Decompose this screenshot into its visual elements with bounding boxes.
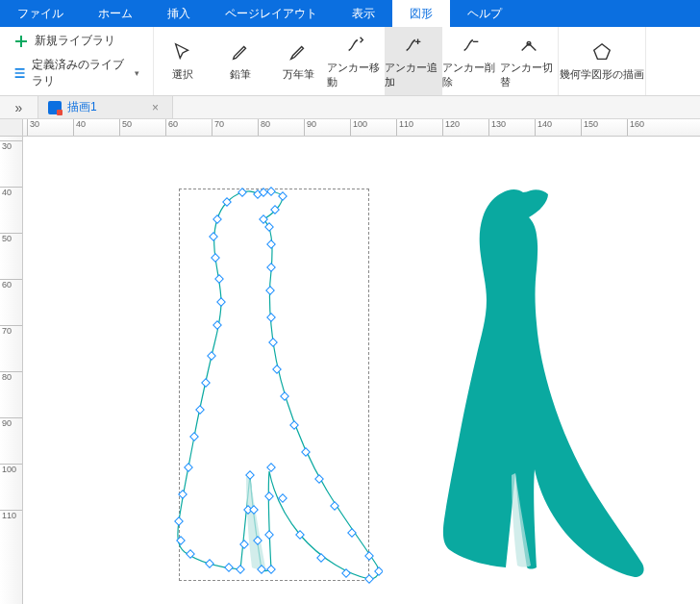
defined-library-label: 定義済みのライブラリ (32, 57, 127, 89)
ruler-tick: 140 (535, 119, 552, 136)
anchor-handle[interactable] (267, 240, 275, 248)
ruler-tick: 40 (0, 187, 22, 197)
anchor-handle[interactable] (269, 339, 277, 346)
anchor-move-icon (344, 34, 367, 57)
anchor-handle[interactable] (210, 233, 217, 240)
expand-panel-button[interactable]: » (0, 96, 38, 118)
defined-library-button[interactable]: 定義済みのライブラリ ▾ (6, 53, 147, 93)
ribbon-group-library: 新規ライブラリ 定義済みのライブラリ ▾ (0, 27, 154, 95)
menu-file[interactable]: ファイル (0, 0, 81, 27)
ruler-tick: 150 (581, 119, 598, 136)
anchor-handle[interactable] (217, 298, 225, 306)
new-library-button[interactable]: 新規ライブラリ (6, 29, 147, 53)
anchor-handle[interactable] (265, 492, 273, 500)
pencil-tool-button[interactable]: 鉛筆 (212, 27, 269, 95)
anchor-handle[interactable] (267, 314, 275, 321)
anchor-handle[interactable] (206, 560, 213, 567)
dress-shape-editing[interactable] (167, 179, 383, 592)
anchor-handle[interactable] (185, 464, 192, 471)
ruler-tick: 60 (165, 119, 178, 136)
anchor-handle[interactable] (213, 215, 221, 223)
anchor-handle[interactable] (212, 254, 219, 262)
anchor-handle[interactable] (265, 531, 273, 539)
anchor-handle[interactable] (202, 379, 210, 387)
ruler-vertical: 30405060708090100110 (0, 137, 23, 604)
anchor-handle[interactable] (179, 491, 187, 498)
chevron-right-icon: » (15, 100, 23, 115)
fountain-pen-label: 万年筆 (283, 67, 314, 82)
pencil-label: 鉛筆 (230, 67, 251, 82)
anchor-handle[interactable] (190, 433, 198, 440)
ruler-tick: 80 (0, 371, 22, 382)
menu-bar: ファイル ホーム 挿入 ページレイアウト 表示 図形 ヘルプ (0, 0, 700, 27)
menu-shape[interactable]: 図形 (392, 0, 450, 27)
anchor-points[interactable] (175, 188, 383, 583)
anchor-handle[interactable] (225, 564, 233, 571)
ruler-tick: 130 (488, 119, 506, 136)
anchor-handle[interactable] (267, 264, 275, 271)
ruler-tick: 110 (0, 510, 22, 520)
anchor-handle[interactable] (348, 529, 356, 537)
list-icon (13, 65, 26, 81)
ruler-tick: 70 (212, 119, 224, 136)
geometry-draw-button[interactable]: 幾何学図形の描画 (559, 27, 645, 95)
anchor-delete-button[interactable]: アンカー削除 (442, 27, 500, 95)
ribbon: 新規ライブラリ 定義済みのライブラリ ▾ 選択 鉛筆 万年筆 アンカー移動 アン… (0, 27, 700, 96)
anchor-handle[interactable] (266, 287, 274, 294)
dropdown-icon: ▾ (135, 68, 139, 78)
anchor-handle[interactable] (267, 188, 275, 195)
pencil-icon (229, 40, 252, 63)
geometry-draw-label: 幾何学図形の描画 (560, 67, 644, 82)
anchor-handle[interactable] (365, 575, 373, 583)
anchor-move-button[interactable]: アンカー移動 (327, 27, 385, 95)
anchor-toggle-label: アンカー切替 (500, 61, 558, 89)
anchor-handle[interactable] (196, 406, 204, 414)
dress-shape-filled[interactable] (437, 185, 648, 589)
menu-insert[interactable]: 挿入 (150, 0, 208, 27)
anchor-handle[interactable] (213, 321, 221, 329)
anchor-handle[interactable] (290, 421, 298, 429)
anchor-handle[interactable] (331, 502, 338, 510)
ruler-corner (0, 119, 23, 137)
anchor-handle[interactable] (279, 494, 287, 502)
anchor-toggle-button[interactable]: アンカー切替 (500, 27, 558, 95)
ruler-tick: 50 (0, 233, 22, 243)
drawing-canvas[interactable] (23, 137, 700, 604)
anchor-handle[interactable] (273, 365, 281, 373)
document-icon (48, 101, 62, 114)
menu-view[interactable]: 表示 (335, 0, 392, 27)
select-tool-button[interactable]: 選択 (154, 27, 212, 95)
menu-page-layout[interactable]: ページレイアウト (208, 0, 335, 27)
ruler-tick: 50 (119, 119, 132, 136)
anchor-handle[interactable] (238, 189, 246, 196)
anchor-handle[interactable] (267, 464, 275, 471)
anchor-handle[interactable] (279, 192, 287, 200)
anchor-handle[interactable] (281, 392, 288, 400)
ruler-tick: 120 (442, 119, 460, 136)
ruler-tick: 30 (27, 119, 39, 136)
menu-home[interactable]: ホーム (81, 0, 150, 27)
ruler-tick: 110 (396, 119, 413, 136)
anchor-handle[interactable] (237, 566, 244, 573)
anchor-handle[interactable] (342, 569, 350, 577)
anchor-add-button[interactable]: アンカー追加 (385, 27, 442, 95)
close-icon[interactable]: × (148, 101, 162, 114)
ruler-tick: 80 (258, 119, 270, 136)
plus-icon (13, 34, 29, 49)
anchor-handle[interactable] (240, 541, 248, 548)
anchor-handle[interactable] (215, 275, 223, 283)
anchor-handle[interactable] (267, 566, 275, 573)
ribbon-group-geometry: 幾何学図形の描画 (559, 27, 646, 95)
ruler-horizontal: 30405060708090100110120130140150160 (23, 119, 700, 137)
cursor-icon (171, 40, 194, 63)
anchor-handle[interactable] (302, 448, 310, 456)
anchor-handle[interactable] (317, 554, 325, 562)
anchor-handle[interactable] (175, 517, 183, 525)
anchor-handle[interactable] (208, 352, 215, 360)
anchor-handle[interactable] (265, 223, 273, 231)
anchor-delete-icon (460, 34, 483, 57)
document-tab[interactable]: 描画1 × (38, 96, 173, 118)
anchor-handle[interactable] (375, 567, 383, 575)
menu-help[interactable]: ヘルプ (450, 0, 519, 27)
fountain-pen-tool-button[interactable]: 万年筆 (269, 27, 327, 95)
